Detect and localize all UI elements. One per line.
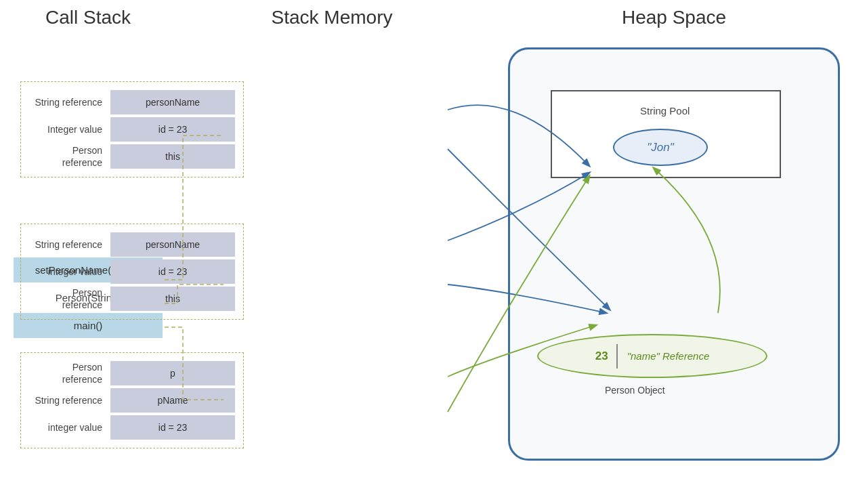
sm-row-1-2: Integer value id = 23 bbox=[29, 117, 235, 142]
sm-label-1-2: Integer value bbox=[29, 123, 110, 135]
sm-cell-2-3: this bbox=[110, 287, 235, 311]
string-pool-box: String Pool "Jon" bbox=[551, 90, 781, 178]
sm-cell-3-1: p bbox=[110, 361, 235, 385]
stack-memory-section: Stack Memory bbox=[203, 7, 461, 42]
heap-space-title: Heap Space bbox=[501, 7, 847, 28]
sm-label-3-1: Person reference bbox=[29, 361, 110, 385]
sm-label-2-2: integer value bbox=[29, 266, 110, 278]
sm-row-1-1: String reference personName bbox=[29, 90, 235, 114]
sm-label-1-1: String reference bbox=[29, 96, 110, 108]
sm-row-2-2: integer value id = 23 bbox=[29, 259, 235, 284]
sm-row-2-3: Person reference this bbox=[29, 287, 235, 311]
sm-row-2-1: String reference personName bbox=[29, 232, 235, 257]
sm-row-3-3: integer value id = 23 bbox=[29, 415, 235, 440]
sm-row-1-3: Person reference this bbox=[29, 144, 235, 169]
sm-row-3-1: Person reference p bbox=[29, 361, 235, 385]
stack-memory-title: Stack Memory bbox=[203, 7, 461, 28]
sm-group-2: String reference personName integer valu… bbox=[20, 224, 244, 320]
sm-label-3-2: String reference bbox=[29, 394, 110, 406]
sm-cell-1-2: id = 23 bbox=[110, 117, 235, 142]
sm-label-3-3: integer value bbox=[29, 421, 110, 434]
sm-group-3: Person reference p String reference pNam… bbox=[20, 352, 244, 448]
heap-space-section: Heap Space String Pool "Jon" 23 "name" R… bbox=[501, 7, 847, 35]
sm-cell-1-3: this bbox=[110, 144, 235, 169]
sm-label-2-3: Person reference bbox=[29, 287, 110, 311]
string-pool-label: String Pool bbox=[640, 105, 690, 117]
person-object-label: Person Object bbox=[605, 385, 665, 396]
sm-cell-1-1: personName bbox=[110, 90, 235, 114]
sm-label-2-1: String reference bbox=[29, 238, 110, 251]
jon-value: "Jon" bbox=[647, 141, 673, 154]
heap-container: String Pool "Jon" 23 "name" Reference Pe… bbox=[508, 47, 840, 461]
call-stack-section: Call Stack bbox=[14, 7, 163, 42]
jon-ellipse: "Jon" bbox=[613, 129, 708, 166]
person-object-ellipse: 23 "name" Reference bbox=[537, 334, 767, 378]
sm-cell-2-1: personName bbox=[110, 232, 235, 257]
sm-cell-2-2: id = 23 bbox=[110, 259, 235, 284]
sm-row-3-2: String reference pName bbox=[29, 388, 235, 413]
sm-label-1-3: Person reference bbox=[29, 144, 110, 169]
call-stack-title: Call Stack bbox=[14, 7, 163, 28]
sm-group-1: String reference personName Integer valu… bbox=[20, 81, 244, 177]
person-name-ref: "name" Reference bbox=[618, 350, 710, 362]
person-id: 23 bbox=[595, 350, 616, 363]
sm-cell-3-3: id = 23 bbox=[110, 415, 235, 440]
sm-cell-3-2: pName bbox=[110, 388, 235, 413]
